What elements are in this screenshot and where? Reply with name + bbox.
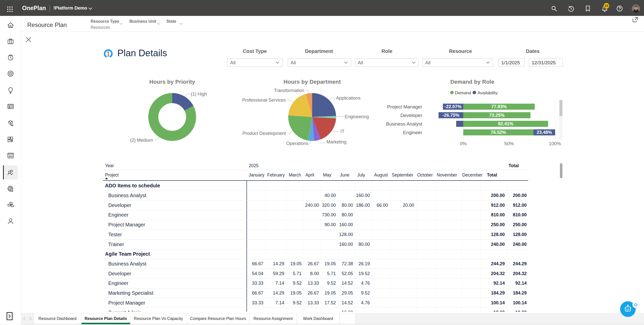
svg-text:1: 1 bbox=[106, 50, 110, 58]
